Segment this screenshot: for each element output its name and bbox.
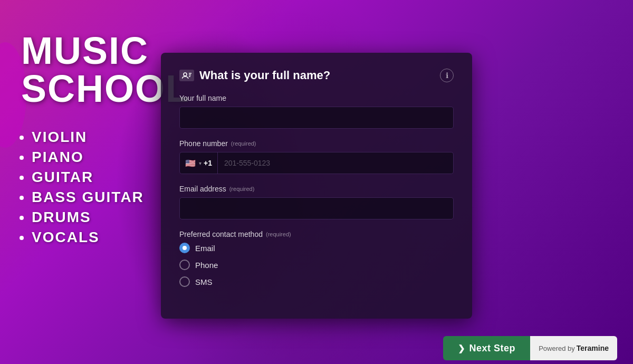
phone-number-input[interactable] (218, 159, 453, 167)
chevron-right-icon: ❯ (458, 343, 465, 353)
form-title-row: What is your full name? (179, 69, 330, 82)
powered-by-text: Powered by (539, 344, 575, 352)
brand-name: Teramine (577, 344, 609, 352)
phone-field-group: Phone number (required) 🇺🇸 ▾ +1 (179, 139, 454, 174)
email-input[interactable] (179, 197, 454, 219)
form-title: What is your full name? (199, 69, 330, 82)
radio-phone-label: Phone (195, 261, 218, 270)
country-selector[interactable]: 🇺🇸 ▾ +1 (180, 152, 218, 174)
person-card-icon (179, 70, 194, 81)
radio-sms[interactable]: SMS (179, 276, 454, 287)
phone-input-row: 🇺🇸 ▾ +1 (179, 152, 454, 174)
contact-method-radio-group: Email Phone SMS (179, 243, 454, 287)
email-field-group: Email address (required) (179, 185, 454, 219)
phone-required-badge: (required) (231, 140, 256, 147)
contact-method-field-group: Preferred contact method (required) Emai… (179, 230, 454, 287)
full-name-input[interactable] (179, 107, 454, 129)
phone-label: Phone number (required) (179, 139, 454, 148)
email-required-badge: (required) (229, 186, 255, 192)
country-code: +1 (204, 159, 212, 167)
form-header: What is your full name? ℹ (179, 69, 454, 82)
contact-method-label: Preferred contact method (required) (179, 230, 454, 238)
radio-email-circle[interactable] (179, 243, 190, 253)
radio-sms-label: SMS (195, 277, 213, 286)
radio-email[interactable]: Email (179, 243, 454, 253)
radio-sms-circle[interactable] (179, 276, 190, 287)
radio-phone-circle[interactable] (179, 260, 190, 270)
bottom-bar: ❯ Next Step Powered by Teramine (0, 332, 633, 364)
radio-phone[interactable]: Phone (179, 260, 454, 270)
next-step-button[interactable]: ❯ Next Step (443, 336, 530, 360)
chevron-down-icon: ▾ (199, 160, 202, 166)
email-label: Email address (required) (179, 185, 454, 193)
next-step-label: Next Step (469, 343, 516, 354)
full-name-label: Your full name (179, 94, 454, 102)
info-button[interactable]: ℹ (440, 69, 454, 82)
powered-by-badge: Powered by Teramine (530, 336, 617, 360)
contact-method-required-badge: (required) (266, 231, 291, 237)
full-name-field-group: Your full name (179, 94, 454, 129)
radio-email-label: Email (195, 244, 215, 253)
form-modal: What is your full name? ℹ Your full name… (161, 53, 472, 319)
country-flag: 🇺🇸 (185, 158, 196, 168)
